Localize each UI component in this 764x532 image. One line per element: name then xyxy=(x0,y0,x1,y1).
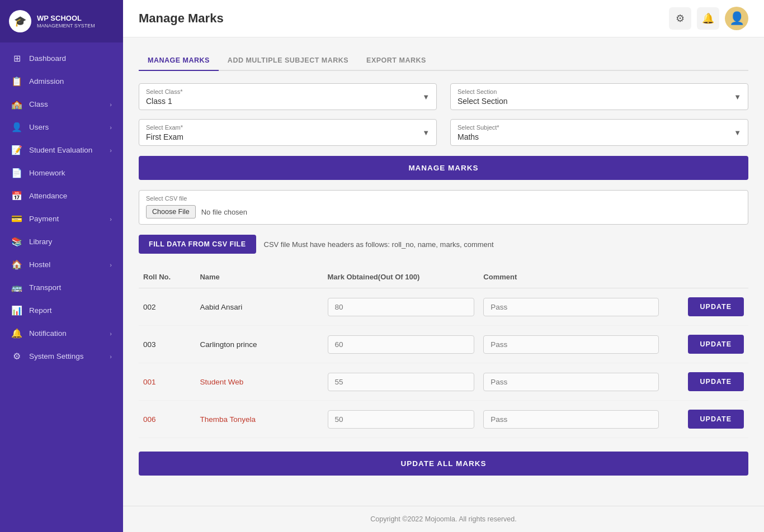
sidebar-item-report[interactable]: 📊 Report xyxy=(0,299,123,322)
sidebar-item-attendance[interactable]: 📅 Attendance xyxy=(0,184,123,207)
col-header-action xyxy=(663,267,748,288)
tab-export-marks[interactable]: EXPORT MARKS xyxy=(357,51,435,71)
avatar-button[interactable]: 👤 xyxy=(725,7,748,30)
sidebar-item-users[interactable]: 👤 Users › xyxy=(0,116,123,139)
cell-name: Aabid Ansari xyxy=(195,288,323,326)
sidebar-item-label: Dashboard xyxy=(29,54,66,63)
header-actions: ⚙ 🔔 👤 xyxy=(669,7,748,30)
sidebar-item-hostel[interactable]: 🏠 Hostel › xyxy=(0,253,123,276)
select-section-label: Select Section xyxy=(458,88,741,95)
select-exam-input[interactable]: First Exam First ExamSecond ExamFinal Ex… xyxy=(146,132,430,141)
bell-button[interactable]: 🔔 xyxy=(697,7,719,30)
transport-icon: 🚌 xyxy=(11,282,22,293)
sidebar-item-notification[interactable]: 🔔 Notification › xyxy=(0,322,123,345)
col-header-mark: Mark Obtained(Out Of 100) xyxy=(323,267,479,288)
update-row-button[interactable]: UPDATE xyxy=(688,297,744,316)
cell-name: Carlington prince xyxy=(195,326,323,363)
choose-file-button[interactable]: Choose File xyxy=(146,205,196,218)
sidebar-item-admission[interactable]: 📋 Admission xyxy=(0,70,123,93)
col-header-name: Name xyxy=(195,267,323,288)
mark-input[interactable] xyxy=(328,373,475,391)
comment-input[interactable] xyxy=(483,335,659,354)
sidebar-item-label: Attendance xyxy=(29,192,67,200)
sidebar-item-dashboard[interactable]: ⊞ Dashboard xyxy=(0,47,123,70)
sidebar-item-transport[interactable]: 🚌 Transport xyxy=(0,276,123,299)
sidebar-item-label: Transport xyxy=(29,283,61,292)
sidebar-item-library[interactable]: 📚 Library xyxy=(0,230,123,253)
payment-icon: 💳 xyxy=(11,213,22,224)
dashboard-icon: ⊞ xyxy=(11,53,22,64)
sidebar-item-label: Hostel xyxy=(29,260,50,269)
marks-table: Roll No. Name Mark Obtained(Out Of 100) … xyxy=(139,267,748,438)
sidebar: 🎓 WP SCHOOL MANAGEMENT SYSTEM ⊞ Dashboar… xyxy=(0,0,123,532)
chevron-right-icon: › xyxy=(110,147,112,154)
select-section-input[interactable]: Select Section Select SectionSection ASe… xyxy=(458,97,741,106)
manage-marks-row: MANAGE MARKS xyxy=(139,156,748,180)
comment-input[interactable] xyxy=(483,410,659,429)
tab-manage-marks[interactable]: MANAGE MARKS xyxy=(139,51,219,71)
select-class-label: Select Class* xyxy=(146,88,430,95)
select-class-input[interactable]: Class 1 Class 1Class 2Class 3 xyxy=(146,97,430,106)
update-all-button[interactable]: UPDATE ALL MARKS xyxy=(139,452,748,476)
header: Manage Marks ⚙ 🔔 👤 xyxy=(123,0,764,37)
student-evaluation-icon: 📝 xyxy=(11,145,22,155)
csv-file-row: Choose File No file chosen xyxy=(146,205,741,218)
hostel-icon: 🏠 xyxy=(11,259,22,270)
main-area: Manage Marks ⚙ 🔔 👤 MANAGE MARKS ADD MULT… xyxy=(123,0,764,532)
select-subject-label: Select Subject* xyxy=(458,124,741,131)
footer: Copyright ©2022 Mojoomla. All rights res… xyxy=(123,506,764,532)
fill-csv-button[interactable]: FILL DATA FROM CSV FILE xyxy=(139,235,256,254)
sidebar-item-label: Payment xyxy=(29,215,59,223)
chevron-right-icon: › xyxy=(110,124,112,131)
col-header-comment: Comment xyxy=(479,267,663,288)
mark-input[interactable] xyxy=(328,410,475,429)
sidebar-item-homework[interactable]: 📄 Homework xyxy=(0,162,123,184)
sidebar-item-label: Library xyxy=(29,238,52,246)
chevron-right-icon: › xyxy=(110,330,112,337)
logo-icon: 🎓 xyxy=(9,10,31,32)
sidebar-item-label: Users xyxy=(29,123,49,131)
logo-title: WP SCHOOL xyxy=(37,14,95,23)
cell-roll: 003 xyxy=(139,326,195,363)
cell-name: Student Web xyxy=(195,363,323,401)
comment-input[interactable] xyxy=(483,373,659,391)
tab-add-multiple[interactable]: ADD MULTIPLE SUBJECT MARKS xyxy=(219,51,357,71)
update-row-button[interactable]: UPDATE xyxy=(688,335,744,354)
library-icon: 📚 xyxy=(11,236,22,247)
cell-mark xyxy=(323,363,479,401)
manage-marks-button[interactable]: MANAGE MARKS xyxy=(139,156,748,180)
homework-icon: 📄 xyxy=(11,168,22,178)
select-exam-field: Select Exam* First Exam First ExamSecond… xyxy=(139,119,437,146)
csv-section: Select CSV file Choose File No file chos… xyxy=(139,190,748,225)
sidebar-nav: ⊞ Dashboard 📋 Admission 🏫 Class › 👤 User… xyxy=(0,42,123,532)
sidebar-item-label: Admission xyxy=(29,77,64,86)
mark-input[interactable] xyxy=(328,298,475,316)
sidebar-item-system-settings[interactable]: ⚙ System Settings › xyxy=(0,345,123,368)
admission-icon: 📋 xyxy=(11,76,22,87)
table-head: Roll No. Name Mark Obtained(Out Of 100) … xyxy=(139,267,748,288)
comment-input[interactable] xyxy=(483,298,659,316)
update-row-button[interactable]: UPDATE xyxy=(688,372,744,391)
csv-label: Select CSV file xyxy=(146,195,741,202)
table-body: 002 Aabid Ansari UPDATE 003 Carlington p… xyxy=(139,288,748,438)
select-subject-input[interactable]: Maths MathsEnglishScience xyxy=(458,132,741,141)
report-icon: 📊 xyxy=(11,305,22,316)
mark-input[interactable] xyxy=(328,335,475,354)
class-icon: 🏫 xyxy=(11,99,22,110)
update-all-row: UPDATE ALL MARKS xyxy=(139,452,748,476)
attendance-icon: 📅 xyxy=(11,191,22,201)
col-header-roll: Roll No. xyxy=(139,267,195,288)
notification-icon: 🔔 xyxy=(11,328,22,339)
cell-comment xyxy=(479,326,663,363)
gear-button[interactable]: ⚙ xyxy=(669,7,691,30)
cell-action: UPDATE xyxy=(663,326,748,363)
sidebar-item-class[interactable]: 🏫 Class › xyxy=(0,93,123,116)
sidebar-item-student-evaluation[interactable]: 📝 Student Evaluation › xyxy=(0,139,123,162)
table-row: 001 Student Web UPDATE xyxy=(139,363,748,401)
select-class-field: Select Class* Class 1 Class 1Class 2Clas… xyxy=(139,83,437,110)
table-row: 003 Carlington prince UPDATE xyxy=(139,326,748,363)
select-section-field: Select Section Select Section Select Sec… xyxy=(450,83,748,110)
update-row-button[interactable]: UPDATE xyxy=(688,410,744,429)
chevron-right-icon: › xyxy=(110,353,112,360)
sidebar-item-payment[interactable]: 💳 Payment › xyxy=(0,207,123,230)
